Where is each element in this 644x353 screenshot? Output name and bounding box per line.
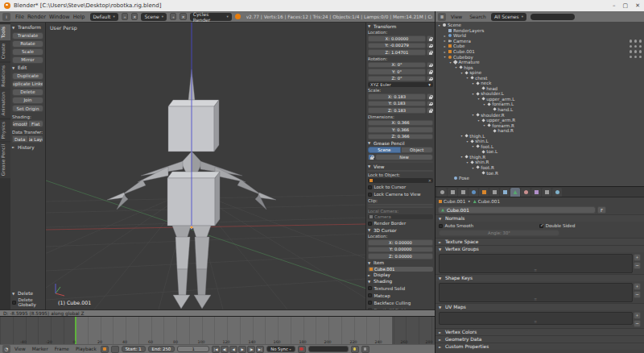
tool-shelf-tab[interactable]: Grease Pencil — [0, 142, 10, 178]
timeline-menu-item[interactable]: Playback — [74, 347, 98, 351]
history-panel-header[interactable]: ►History — [12, 144, 43, 151]
properties-tab[interactable] — [489, 188, 499, 197]
gp-new-layer-button[interactable]: New Layer — [368, 161, 433, 163]
expand-arrow-icon[interactable]: ▾ — [471, 113, 475, 117]
outliner-menu-item[interactable]: Search — [468, 14, 488, 19]
lock-icon[interactable] — [427, 62, 433, 69]
minimize-button[interactable]: – — [613, 2, 616, 9]
scale-field[interactable]: Y:0.183 — [368, 101, 426, 107]
resize-grip[interactable]: ≡ — [534, 321, 537, 324]
texture-space-panel-header[interactable]: ►Texture Space — [436, 238, 644, 245]
outliner-row[interactable]: Pose — [436, 176, 644, 181]
editor-type-icon[interactable]: ◔ — [2, 345, 10, 353]
properties-tab[interactable] — [469, 188, 478, 197]
expand-arrow-icon[interactable]: ▸ — [443, 50, 447, 54]
expand-arrow-icon[interactable]: ▾ — [471, 144, 475, 148]
cursor-location-field[interactable]: Z:0.00000 — [368, 253, 433, 260]
expand-arrow-icon[interactable]: ▾ — [465, 160, 469, 164]
vertex-groups-panel-header[interactable]: ▼Vertex Groups — [436, 245, 644, 252]
close-button[interactable]: ✕ — [635, 2, 640, 9]
auto-smooth-angle-slider[interactable]: Angle: 30° — [439, 230, 559, 236]
timeline-menu-item[interactable]: Frame — [53, 347, 71, 351]
location-field[interactable]: X:0.00000 — [368, 35, 426, 42]
render-engine-select[interactable]: Cycles Render▾ — [190, 13, 232, 21]
timeline-menu-item[interactable]: View — [13, 347, 27, 351]
vertex-colors-panel-header[interactable]: ►Vertex Colors — [436, 328, 644, 335]
transform-tool-button[interactable]: Mirror — [12, 56, 43, 64]
visibility-toggles[interactable] — [630, 50, 642, 53]
editor-type-icon[interactable]: ≣ — [438, 13, 446, 21]
gp-new-button[interactable]: New — [375, 154, 433, 160]
tool-shelf-tab[interactable]: Physics — [0, 119, 10, 141]
object-name-field[interactable]: Cube.001 — [368, 267, 433, 272]
expand-arrow-icon[interactable]: ▾ — [471, 81, 475, 85]
lock-to-object-field[interactable]: ✕ — [368, 178, 433, 183]
lock-icon[interactable] — [427, 49, 433, 56]
frame-end-field[interactable]: End: 250 — [148, 346, 175, 353]
outliner-display-mode-select[interactable]: All Scenes▾ — [491, 13, 526, 21]
normals-panel-header[interactable]: ▼Normals — [436, 214, 644, 222]
properties-tab[interactable] — [479, 188, 489, 197]
transform-tool-button[interactable]: Translate — [12, 32, 43, 39]
visibility-toggles[interactable] — [630, 45, 642, 48]
location-field[interactable]: Z:1.04701 — [368, 49, 426, 56]
tool-shelf-tab[interactable]: Animation — [0, 89, 10, 118]
transport-button[interactable]: |▶ — [247, 346, 255, 353]
shade-flat-button[interactable]: Flat — [28, 120, 44, 127]
cursor-location-field[interactable]: Y:0.00000 — [368, 247, 433, 253]
properties-tab[interactable] — [542, 188, 551, 197]
rotation-field[interactable]: Y:0° — [368, 69, 426, 75]
properties-tab[interactable] — [521, 188, 530, 197]
info-menu-item[interactable]: Render — [26, 14, 47, 20]
screen-layout-select[interactable]: Default▾ — [90, 13, 118, 21]
item-panel-header[interactable]: ▼Item — [368, 260, 433, 266]
3d-cursor-panel-header[interactable]: ▼3D Cursor — [368, 227, 433, 233]
delete-keyframe-button[interactable] — [361, 346, 369, 353]
expand-arrow-icon[interactable]: ▾ — [482, 102, 486, 106]
transport-button[interactable]: ◀| — [221, 346, 229, 353]
add-shape-key-button[interactable]: ＋ — [634, 283, 641, 290]
scale-field[interactable]: Z:0.183 — [368, 107, 426, 114]
shading-option-checkbox[interactable]: Matcap — [368, 293, 433, 299]
info-menu-item[interactable]: Window — [47, 14, 72, 20]
timeline-menu-item[interactable]: Marker — [31, 347, 50, 351]
fake-user-button[interactable]: F — [597, 206, 606, 214]
expand-arrow-icon[interactable]: ▾ — [460, 155, 464, 159]
double-sided-checkbox[interactable]: Double Sided — [539, 222, 575, 229]
uv-maps-list[interactable]: ≡ — [439, 312, 633, 325]
expand-arrow-icon[interactable]: ▾ — [471, 92, 475, 96]
location-field[interactable]: Y:-0.00279 — [368, 43, 426, 49]
shading-option-checkbox[interactable]: Backface Culling — [368, 300, 433, 306]
record-button[interactable] — [298, 346, 306, 353]
visibility-toggles[interactable] — [630, 39, 642, 43]
uv-maps-panel-header[interactable]: ▼UV Maps — [436, 303, 644, 310]
expand-arrow-icon[interactable]: ▾ — [454, 65, 458, 69]
expand-arrow-icon[interactable]: ▾ — [448, 60, 452, 64]
delete-globally-checkbox[interactable]: Delete Globally — [12, 297, 43, 308]
lock-icon[interactable] — [427, 107, 433, 114]
transform-tool-button[interactable]: Rotate — [12, 40, 43, 48]
viewport-canvas[interactable]: User Persp (1) Cube.001 — [46, 23, 365, 309]
tool-shelf-tab[interactable]: Tools — [0, 24, 10, 40]
tool-shelf-tab[interactable]: Relations — [0, 63, 10, 89]
keying-set-field[interactable] — [308, 346, 349, 353]
add-vertex-group-button[interactable]: ＋ — [634, 254, 641, 261]
lock-time-toggle[interactable] — [111, 346, 119, 353]
expand-arrow-icon[interactable]: ▾ — [460, 134, 464, 138]
properties-tab[interactable] — [458, 188, 468, 197]
remove-shape-key-button[interactable]: − — [634, 291, 641, 298]
shade-smooth-button[interactable]: Smooth — [12, 120, 28, 127]
rotation-field[interactable]: X:0° — [368, 62, 426, 69]
edit-tool-button[interactable]: Delete — [12, 89, 43, 96]
shape-keys-panel-header[interactable]: ▼Shape Keys — [436, 274, 644, 281]
properties-tab[interactable] — [510, 188, 520, 197]
scale-field[interactable]: X:0.183 — [368, 93, 426, 100]
grease-pencil-panel-header[interactable]: ▼Grease Pencil — [368, 140, 433, 146]
timeline-ruler[interactable]: -40-200204060801001201401601802002202402… — [0, 317, 435, 344]
vertex-groups-list[interactable]: ≡ — [439, 254, 633, 273]
transport-button[interactable]: ◀ — [229, 346, 237, 353]
remove-layout-button[interactable]: ✕ — [131, 13, 138, 20]
transform-panel-header[interactable]: ▼Transform — [368, 23, 433, 29]
expand-arrow-icon[interactable]: ▾ — [471, 166, 475, 170]
sync-mode-select[interactable]: No Sync ▾ — [266, 346, 295, 353]
